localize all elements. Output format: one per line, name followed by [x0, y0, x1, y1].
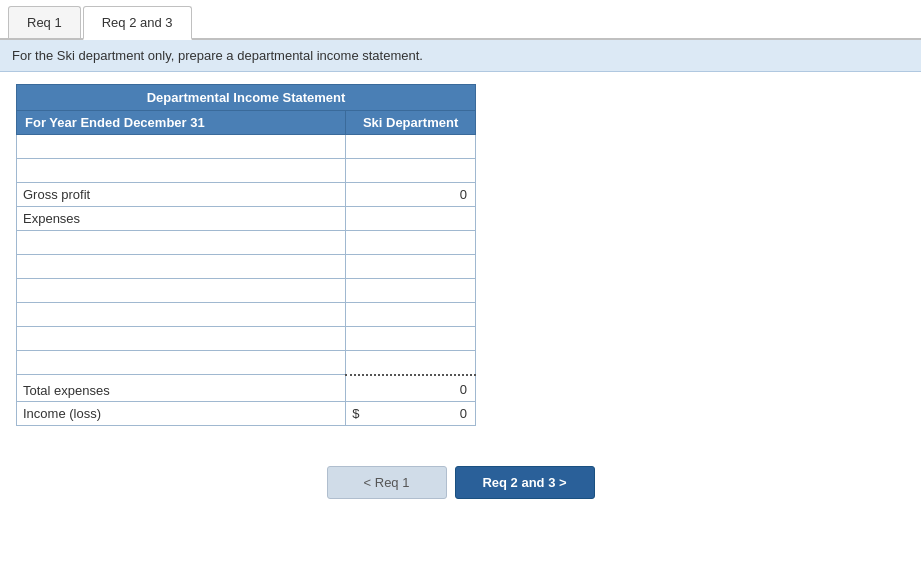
value-input-6[interactable] — [352, 307, 467, 322]
table-row — [17, 303, 476, 327]
instruction-text: For the Ski department only, prepare a d… — [12, 48, 423, 63]
label-input-8[interactable] — [23, 355, 339, 370]
table-row — [17, 327, 476, 351]
label-input-2[interactable] — [23, 163, 339, 178]
row-label-input-2[interactable] — [17, 159, 346, 183]
income-loss-label: Income (loss) — [17, 402, 346, 426]
table-row: Total expenses 0 — [17, 375, 476, 402]
gross-profit-label: Gross profit — [17, 183, 346, 207]
total-expenses-value: 0 — [346, 375, 476, 402]
value-input-7[interactable] — [352, 331, 467, 346]
table-row — [17, 255, 476, 279]
label-input-1[interactable] — [23, 139, 339, 154]
next-button[interactable]: Req 2 and 3 — [455, 466, 595, 499]
expenses-label: Expenses — [17, 207, 346, 231]
tab-req1[interactable]: Req 1 — [8, 6, 81, 38]
value-input-2[interactable] — [352, 163, 467, 178]
table-title: Departmental Income Statement — [17, 85, 476, 111]
row-value-input-2[interactable] — [346, 159, 476, 183]
table-row — [17, 279, 476, 303]
label-input-6[interactable] — [23, 307, 339, 322]
prev-button[interactable]: Req 1 — [327, 466, 447, 499]
total-expenses-label: Total expenses — [17, 375, 346, 402]
gross-profit-value: 0 — [346, 183, 476, 207]
table-row — [17, 159, 476, 183]
tabs-container: Req 1 Req 2 and 3 — [0, 0, 921, 40]
table-row: Gross profit 0 — [17, 183, 476, 207]
row-value-input-1[interactable] — [346, 135, 476, 159]
table-row — [17, 135, 476, 159]
nav-buttons: Req 1 Req 2 and 3 — [0, 466, 921, 519]
row-label-input-1[interactable] — [17, 135, 346, 159]
value-input-4[interactable] — [352, 259, 467, 274]
income-loss-number: 0 — [460, 406, 467, 421]
income-statement-table: Departmental Income Statement For Year E… — [16, 84, 476, 426]
value-input-1[interactable] — [352, 139, 467, 154]
instruction-bar: For the Ski department only, prepare a d… — [0, 40, 921, 72]
main-content: Departmental Income Statement For Year E… — [0, 72, 921, 446]
expenses-value — [346, 207, 476, 231]
value-input-8[interactable] — [352, 355, 467, 370]
tab-req2and3[interactable]: Req 2 and 3 — [83, 6, 192, 40]
income-loss-value: $ 0 — [346, 402, 476, 426]
label-input-5[interactable] — [23, 283, 339, 298]
col2-header: Ski Department — [346, 111, 476, 135]
label-input-3[interactable] — [23, 235, 339, 250]
label-input-4[interactable] — [23, 259, 339, 274]
value-input-3[interactable] — [352, 235, 467, 250]
value-input-5[interactable] — [352, 283, 467, 298]
table-row — [17, 231, 476, 255]
table-row: Income (loss) $ 0 — [17, 402, 476, 426]
label-input-7[interactable] — [23, 331, 339, 346]
table-row: Expenses — [17, 207, 476, 231]
col1-header: For Year Ended December 31 — [17, 111, 346, 135]
dollar-sign: $ — [352, 406, 359, 421]
table-row — [17, 351, 476, 375]
